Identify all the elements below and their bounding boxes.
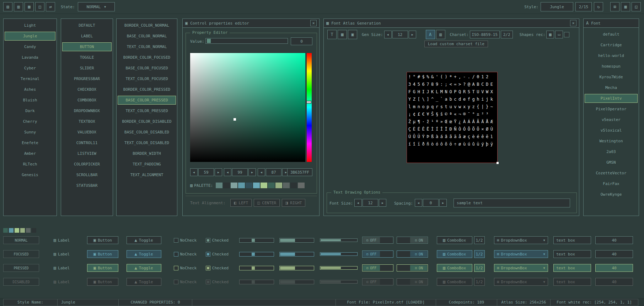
spinner-right-icon[interactable]: ▶ [439,199,447,207]
control-list-item[interactable]: LABEL [62,32,112,41]
toggleslider-off[interactable]: ▫ OFF [362,237,393,244]
combobox-index-button[interactable]: 1/2 [474,278,485,286]
spinner-right-icon[interactable]: ▶ [409,31,416,38]
button-control[interactable]: ▣ Button [87,250,118,258]
textbox-control[interactable]: text box [553,278,591,286]
style-list-item[interactable]: Enefete [5,138,55,147]
window-titlebar[interactable]: ▣ Control properties editor × [183,19,319,28]
sample-text-input[interactable] [454,199,570,207]
style-list-item[interactable]: Genesis [5,170,55,179]
combobox-control[interactable]: ▥ ComboBox [437,250,472,258]
toggleslider-on[interactable]: ▫ ON [397,250,428,258]
toggleslider-knob[interactable]: ▫ OFF [363,237,380,243]
control-list-item[interactable]: STATUSBAR [62,181,112,190]
property-list-item[interactable]: TEXT_ALIGNMENT [118,170,176,179]
window-titlebar[interactable]: A Font [584,19,639,28]
font-list-item[interactable]: v5easter [585,115,638,124]
export-style-icon[interactable]: ◫ [35,2,44,11]
style-list-item[interactable]: Jungle [5,32,55,41]
style-list-item[interactable]: Dark [5,106,55,115]
palette-swatch[interactable] [231,183,237,188]
slider-handle[interactable] [252,253,255,256]
control-list-item[interactable]: CONTROL11 [62,138,112,147]
spinner-left-icon[interactable]: ◀ [354,199,362,207]
value-slider[interactable] [205,38,288,44]
style-list-item[interactable]: Light [5,21,55,30]
new-file-icon[interactable]: ▤ [3,2,12,11]
checkbox-checked[interactable]: Checked [206,238,229,243]
button-control[interactable]: ▣ Button [87,264,118,272]
color-saturation-value-panel[interactable] [190,53,305,162]
control-list-item[interactable]: VALUEBOX [62,128,112,137]
toggleslider-knob[interactable]: ▫ OFF [363,279,380,285]
toggleslider-knob[interactable]: ▫ ON [410,265,427,271]
combobox-control[interactable]: ▥ ComboBox [437,236,472,244]
property-list-item[interactable]: TEXT_PADDING [118,160,176,169]
toggleslider-knob[interactable]: ▫ ON [410,237,427,243]
slider-handle[interactable] [252,280,255,284]
property-list-item[interactable]: TEXT_COLOR_DISABLED [118,138,176,147]
control-list-item[interactable]: SLIDER [62,64,112,73]
style-name-box[interactable]: Jungle [541,2,573,11]
hex-color-box[interactable]: 3B6357FF [287,168,312,176]
spinner-left-icon[interactable]: ◀ [224,168,231,176]
align-right-button[interactable]: ◨ RIGHT [282,199,305,207]
slider-control[interactable] [239,266,274,270]
palette-swatch[interactable] [275,183,282,188]
shapes-rec-checkbox[interactable] [564,32,569,37]
checkbox-unchecked[interactable]: NoCheck [174,252,197,257]
control-list-item[interactable]: BUTTON [62,42,112,51]
checkbox-box[interactable] [174,280,178,284]
load-charset-icon[interactable]: A [426,30,435,39]
combobox-control[interactable]: ▥ ComboBox [437,264,472,272]
checkbox-unchecked[interactable]: NoCheck [174,280,197,284]
style-list-item[interactable]: Lavanda [5,53,55,62]
font-list-item[interactable]: 2a03 [585,147,638,156]
close-icon[interactable]: × [310,20,317,26]
checkbox-box[interactable] [206,252,210,257]
toggle-control[interactable]: ▲ Toggle [127,250,161,258]
spacing-value[interactable]: 0 [423,199,439,207]
button-control[interactable]: ▣ Button [87,236,118,244]
checkbox-unchecked[interactable]: NoCheck [174,266,197,270]
palette-swatch[interactable] [253,183,260,188]
property-list-item[interactable]: BORDER_COLOR_NORMAL [118,21,176,30]
checkbox-box[interactable] [206,266,210,270]
save-file-icon[interactable]: ▦ [25,2,34,11]
textbox-control[interactable]: text box [553,250,591,258]
align-center-button[interactable]: ◫ CENTER [254,199,280,207]
control-list-item[interactable]: COLORPICKER [62,160,112,169]
palette-swatch[interactable] [298,183,305,188]
sliderbar-control[interactable] [279,266,314,270]
font-list-item[interactable]: default [585,30,638,39]
font-list-item[interactable]: FairFax [585,179,638,188]
property-list-item[interactable]: BORDER_WIDTH [118,149,176,158]
toggleslider-knob[interactable]: ▫ ON [410,279,427,285]
font-list-item[interactable]: PixelIntv [585,94,638,103]
palette-swatch[interactable] [290,183,297,188]
style-list-item[interactable]: Sunny [5,128,55,137]
sliderbar-control[interactable] [279,280,314,284]
dropdownbox-control[interactable]: ≡ DropdownBox ▼ [494,250,548,258]
valuebox-control[interactable]: 40 [595,236,633,244]
toggleslider-off[interactable]: ▫ OFF [362,264,393,271]
table-view-icon[interactable]: ⊞ [610,2,619,11]
palette-swatch[interactable] [216,183,222,188]
checkbox-box[interactable] [174,252,178,257]
control-list-item[interactable]: CHECKBOX [62,85,112,94]
spinner-value[interactable]: 59 [198,168,214,176]
font-list-item[interactable]: GMSN [585,158,638,167]
color-picker-cursor[interactable] [234,118,236,121]
spinner-right-icon[interactable]: ▶ [215,168,222,176]
style-index-box[interactable]: 2/15 [575,2,592,11]
slider-control[interactable] [239,280,274,284]
combobox-index-button[interactable]: 1/2 [474,250,485,258]
property-list-item[interactable]: BASE_COLOR_PRESSED [118,96,176,105]
font-list-item[interactable]: Cartridge [585,41,638,49]
charset-index-box[interactable]: 2/2 [501,31,513,38]
value-slider-handle[interactable] [207,39,211,43]
font-gen-icon[interactable]: T [327,30,337,39]
atlas-box-icon[interactable]: ▣ [348,30,357,39]
toggleslider-knob[interactable]: ▫ OFF [363,251,380,257]
font-list-item[interactable]: Mecha [585,83,638,92]
